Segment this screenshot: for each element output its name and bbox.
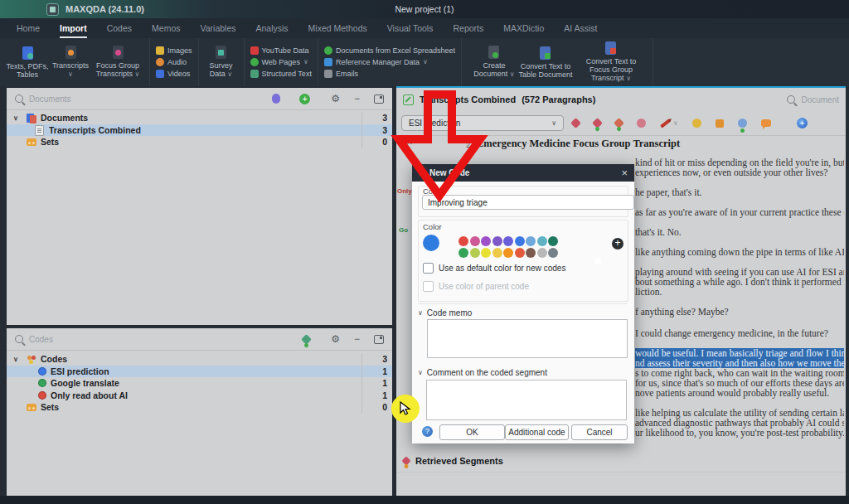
memo-icon[interactable] [272,94,280,104]
tree-row-code-only-read-about-ai[interactable]: Only read about AI 1 [7,390,392,402]
search-icon[interactable] [15,335,23,343]
add-custom-color-button[interactable]: + [612,238,623,250]
text-line[interactable]: would be useful. I mean basically triage… [635,348,844,358]
text-line[interactable]: f anything else? Maybe? [635,307,844,317]
text-line[interactable]: advanced diagnostic pathways that probab… [635,418,844,428]
comment-icon[interactable] [761,119,771,127]
text-line[interactable]: s to come right back, who can wait in th… [635,368,844,378]
color-swatch[interactable] [470,236,480,246]
import-youtube-data-button[interactable]: YouTube Data [250,46,312,55]
code-memo-textarea[interactable] [427,319,628,358]
menu-ai-assist[interactable]: AI Assist [564,18,597,38]
import-texts-pdfs-tables-button[interactable]: Texts, PDFs, Tables [6,46,49,79]
tree-row-code-esi-prediction[interactable]: ESI prediction 1 [7,366,392,378]
margin-code-label[interactable]: Go [399,226,408,234]
text-line[interactable]: as far as you're aware of in your curren… [635,207,844,217]
tree-row-document-sets[interactable]: Sets 0 [7,136,392,148]
text-line[interactable]: experiences now, or even outside your ot… [635,167,844,177]
menu-analysis[interactable]: Analysis [255,18,288,38]
menu-mixed-methods[interactable]: Mixed Methods [308,18,367,38]
color-swatch[interactable] [458,236,468,246]
paraphrase-icon[interactable] [716,119,724,128]
collapse-panel-icon[interactable]: − [354,334,360,344]
default-color-checkbox[interactable] [423,263,434,274]
tree-row-code-google-translate[interactable]: Google translate 1 [7,377,392,390]
menu-home[interactable]: Home [17,18,40,38]
new-document-button[interactable] [299,94,310,104]
document-search-placeholder[interactable]: Document [801,95,839,104]
color-swatch[interactable] [515,248,525,258]
additional-code-button[interactable]: Additional code [505,424,569,440]
text-line[interactable]: like helping us calculate the utility of… [635,408,844,418]
text-line[interactable]: nd assess their severity and then also h… [635,358,844,368]
comment-textarea[interactable] [426,380,627,420]
color-swatch[interactable] [481,248,491,258]
undock-panel-icon[interactable] [374,335,384,344]
color-swatch[interactable] [526,236,536,246]
text-line[interactable]: like anything coming down the pipe in te… [635,247,844,257]
undock-panel-icon[interactable] [374,94,384,104]
ok-button[interactable]: OK [439,424,505,440]
search-icon[interactable] [787,95,795,104]
text-line[interactable]: kind of hit or miss depending on the fie… [635,158,844,167]
close-icon[interactable]: × [621,167,628,178]
import-audio-button[interactable]: Audio [156,58,192,66]
color-swatch[interactable] [548,248,558,258]
color-swatch[interactable] [492,248,502,258]
tree-row-documents-root[interactable]: ∨ Documents 3 [7,112,392,124]
color-swatch[interactable] [526,248,536,258]
text-line[interactable]: nove patients around would probably real… [635,388,844,398]
text-line[interactable]: ur likelihood to, you know, you're post-… [635,428,844,438]
chevron-down-icon[interactable]: ∨ [7,356,27,363]
text-line[interactable]: I could change emergency medicine, in th… [635,328,844,338]
code-quick-select-dropdown[interactable]: ESI prediction ∨ [401,115,564,131]
text-line[interactable]: bout something a while ago. I don't thin… [635,277,844,287]
import-transcripts-button[interactable]: Transcripts ∨ [49,46,92,79]
menu-memos[interactable]: Memos [152,18,180,38]
code-name-input[interactable]: Improving triage [422,195,634,210]
color-swatch[interactable] [458,248,468,258]
convert-text-to-table-button[interactable]: Convert Text to Table Document [516,46,575,79]
cancel-button[interactable]: Cancel [571,424,628,440]
document-heading[interactable]: Emergency Medicine Focus Group Transcrip… [477,138,680,150]
collapse-section-icon[interactable]: ∨ [418,369,423,376]
text-line[interactable]: playing around with seeing if you can us… [635,267,844,277]
import-survey-data-button[interactable]: Survey Data ∨ [205,46,238,79]
menu-codes[interactable]: Codes [107,18,132,38]
color-swatch[interactable] [503,248,513,258]
text-line[interactable]: for us, since that's so much of our effo… [635,378,844,388]
default-color-checkbox-row[interactable]: Use as default color for new codes [423,263,565,274]
import-videos-button[interactable]: Videos [156,70,192,78]
text-line[interactable]: liction. [635,287,844,297]
highlight-coding-button[interactable]: ∨ [660,119,678,127]
ai-assist-icon[interactable] [797,118,808,128]
search-icon[interactable] [15,94,23,103]
color-swatch[interactable] [548,236,558,246]
dialog-title-bar[interactable]: New Code × [412,164,634,182]
emoticode-icon[interactable] [692,119,701,128]
import-images-button[interactable]: Images [156,46,192,55]
color-swatch[interactable] [470,248,480,258]
create-document-button[interactable]: Create Document ∨ [473,46,516,79]
edit-mode-icon[interactable] [403,94,414,105]
menu-maxdictio[interactable]: MAXDictio [503,18,544,38]
text-line[interactable]: he paper, that's it. [635,187,844,197]
documents-search-placeholder[interactable]: Documents [29,94,266,104]
color-swatch[interactable] [492,236,502,246]
import-emails-button[interactable]: Emails [324,70,455,78]
menu-visual-tools[interactable]: Visual Tools [387,18,434,38]
new-code-button[interactable] [301,334,312,345]
document-text[interactable]: kind of hit or miss depending on the fie… [635,158,844,448]
menu-import[interactable]: Import [60,18,87,38]
tree-row-code-sets[interactable]: Sets 0 [7,401,392,414]
undo-coding-icon[interactable] [637,119,646,128]
code-icon[interactable] [570,118,581,128]
chevron-down-icon[interactable]: ∨ [7,114,27,122]
code-in-vivo-icon[interactable] [614,118,624,128]
tree-row-transcripts-combined[interactable]: Transcripts Combined 3 [7,124,392,137]
color-swatch[interactable] [503,236,513,246]
color-swatch[interactable] [537,236,547,246]
color-swatch[interactable] [515,236,525,246]
gear-icon[interactable]: ⚙ [331,94,340,104]
convert-text-to-focus-group-button[interactable]: Convert Text to Focus Group Transcript ∨ [575,41,647,83]
